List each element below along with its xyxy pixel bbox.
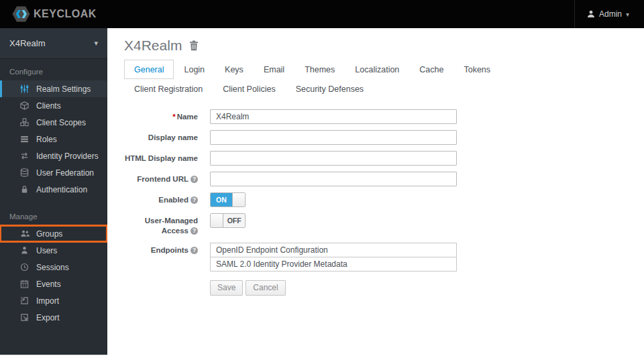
sidebar: X4Realm ▾ Configure Realm Settings Clien… <box>0 28 107 355</box>
saml-endpoint-link[interactable]: SAML 2.0 Identity Provider Metadata <box>211 257 456 271</box>
user-icon <box>19 246 30 255</box>
enabled-label: Enabled? <box>124 192 198 207</box>
toggle-off-label: OFF <box>223 214 245 227</box>
exchange-icon <box>19 152 30 160</box>
keycloak-logo-icon <box>12 5 30 23</box>
display-name-input[interactable] <box>210 130 457 145</box>
sidebar-item-groups[interactable]: Groups <box>0 225 107 242</box>
frontend-url-input[interactable] <box>210 172 457 186</box>
tab-login[interactable]: Login <box>174 60 215 79</box>
sidebar-item-label: Events <box>36 280 61 289</box>
sidebar-item-label: Client Scopes <box>36 118 86 127</box>
export-icon <box>19 313 30 322</box>
keycloak-logo: KEYCLOAK <box>0 5 97 23</box>
main-content: X4Realm General Login Keys Email Themes … <box>107 28 644 362</box>
html-display-name-label: HTML Display name <box>124 151 198 166</box>
sidebar-item-export[interactable]: Export <box>0 309 107 326</box>
name-input[interactable] <box>210 109 457 124</box>
sidebar-item-label: Realm Settings <box>36 84 91 94</box>
user-menu[interactable]: Admin ▾ <box>574 0 644 28</box>
realm-selector[interactable]: X4Realm ▾ <box>0 28 107 59</box>
user-icon <box>587 10 595 18</box>
topbar: KEYCLOAK Admin ▾ <box>0 0 644 28</box>
enabled-toggle[interactable]: ON <box>210 192 246 207</box>
sidebar-item-users[interactable]: Users <box>0 242 107 259</box>
tab-localization[interactable]: Localization <box>345 60 409 79</box>
tab-client-registration[interactable]: Client Registration <box>124 79 213 99</box>
import-icon <box>19 296 30 305</box>
section-label-manage: Manage <box>0 204 107 225</box>
list-icon <box>19 135 30 143</box>
user-managed-access-label: User-Managed Access? <box>124 213 198 236</box>
tab-email[interactable]: Email <box>254 60 294 79</box>
realm-selector-label: X4Realm <box>9 38 45 48</box>
sidebar-item-label: Export <box>36 313 60 322</box>
toggle-knob <box>232 193 245 206</box>
logo-text: KEYCLOAK <box>34 8 97 20</box>
tab-tokens[interactable]: Tokens <box>453 60 500 79</box>
page-title: X4Realm <box>124 38 182 54</box>
tab-themes[interactable]: Themes <box>294 60 345 79</box>
sidebar-item-authentication[interactable]: Authentication <box>0 181 107 198</box>
sidebar-item-label: Sessions <box>36 263 69 272</box>
sidebar-item-client-scopes[interactable]: Client Scopes <box>0 114 107 131</box>
sidebar-item-label: Roles <box>36 135 57 144</box>
endpoints-list: OpenID Endpoint Configuration SAML 2.0 I… <box>210 243 457 272</box>
user-menu-label: Admin <box>599 9 622 19</box>
cube-icon <box>19 101 30 110</box>
sidebar-item-label: Authentication <box>36 185 87 194</box>
html-display-name-input[interactable] <box>210 151 457 166</box>
sidebar-item-roles[interactable]: Roles <box>0 131 107 147</box>
help-icon: ? <box>191 227 198 235</box>
cubes-icon <box>19 118 30 127</box>
sidebar-item-sessions[interactable]: Sessions <box>0 259 107 276</box>
sliders-icon <box>19 84 30 93</box>
sidebar-item-label: Clients <box>36 101 61 111</box>
calendar-icon <box>19 280 30 288</box>
sidebar-item-label: Groups <box>36 229 62 239</box>
sidebar-item-label: Import <box>36 296 59 306</box>
help-icon: ? <box>191 176 198 183</box>
tab-cache[interactable]: Cache <box>409 60 453 79</box>
save-button[interactable]: Save <box>210 280 243 296</box>
tab-client-policies[interactable]: Client Policies <box>213 79 286 99</box>
sidebar-item-import[interactable]: Import <box>0 292 107 309</box>
sidebar-item-user-federation[interactable]: User Federation <box>0 164 107 181</box>
sidebar-item-label: Identity Providers <box>36 152 99 161</box>
cancel-button[interactable]: Cancel <box>246 280 285 296</box>
tab-bar: General Login Keys Email Themes Localiza… <box>124 60 564 99</box>
required-marker: * <box>172 113 175 121</box>
tab-security-defenses[interactable]: Security Defenses <box>286 79 374 99</box>
group-icon <box>19 229 30 238</box>
lock-icon <box>19 185 30 194</box>
sidebar-item-events[interactable]: Events <box>0 276 107 292</box>
sidebar-item-label: Users <box>36 246 57 255</box>
help-icon: ? <box>191 196 198 204</box>
sidebar-item-label: User Federation <box>36 168 94 178</box>
toggle-on-label: ON <box>211 193 232 206</box>
chevron-down-icon: ▾ <box>94 39 98 48</box>
sidebar-item-identity-providers[interactable]: Identity Providers <box>0 147 107 164</box>
sidebar-item-realm-settings[interactable]: Realm Settings <box>0 80 107 97</box>
clock-icon <box>19 263 30 272</box>
frontend-url-label: Frontend URL? <box>124 172 198 186</box>
endpoints-label: Endpoints? <box>124 243 198 296</box>
tab-keys[interactable]: Keys <box>215 60 254 79</box>
realm-general-form: *Name Display name HTML Display name <box>124 109 644 296</box>
sidebar-item-clients[interactable]: Clients <box>0 97 107 114</box>
display-name-label: Display name <box>124 130 198 145</box>
user-managed-access-toggle[interactable]: OFF <box>210 213 246 228</box>
openid-endpoint-link[interactable]: OpenID Endpoint Configuration <box>211 243 456 257</box>
trash-icon[interactable] <box>189 40 199 51</box>
tab-general[interactable]: General <box>124 60 174 79</box>
name-label: *Name <box>124 109 198 124</box>
database-icon <box>19 168 30 177</box>
toggle-knob <box>211 214 223 227</box>
chevron-down-icon: ▾ <box>626 11 629 18</box>
section-label-configure: Configure <box>0 59 107 80</box>
help-icon: ? <box>191 247 198 254</box>
